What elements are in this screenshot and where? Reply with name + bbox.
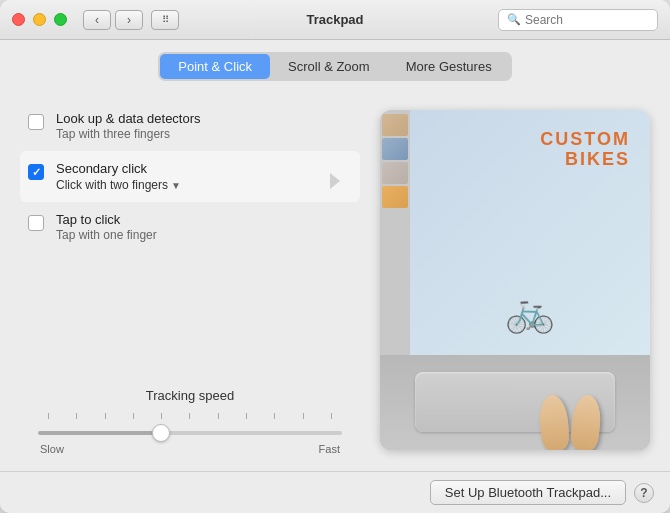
thumb-3 xyxy=(382,162,408,184)
tick-6 xyxy=(189,413,190,419)
option-tap-title: Tap to click xyxy=(56,212,157,227)
tick-2 xyxy=(76,413,77,419)
back-button[interactable]: ‹ xyxy=(83,10,111,30)
checkbox-secondary-click[interactable] xyxy=(28,164,44,180)
preview-custom-line2: BIKES xyxy=(540,150,630,170)
option-tap-subtitle: Tap with one finger xyxy=(56,228,157,242)
window-title: Trackpad xyxy=(306,12,363,27)
tracking-section: Tracking speed xyxy=(20,376,360,459)
checkbox-tap-click[interactable] xyxy=(28,215,44,231)
tick-11 xyxy=(331,413,332,419)
preview-sidebar xyxy=(380,110,410,355)
slider-container: Slow Fast xyxy=(28,413,352,455)
option-secondary-click: Secondary click Click with two fingers ▼ xyxy=(20,151,360,202)
arrow-right-indicator xyxy=(330,173,340,189)
option-secondary-text: Secondary click Click with two fingers ▼ xyxy=(56,161,181,192)
thumb-2 xyxy=(382,138,408,160)
tick-5 xyxy=(161,413,162,419)
tick-1 xyxy=(48,413,49,419)
option-secondary-dropdown[interactable]: Click with two fingers ▼ xyxy=(56,178,181,192)
preview-custom-line1: CUSTOM xyxy=(540,130,630,150)
help-button[interactable]: ? xyxy=(634,483,654,503)
tab-scroll-zoom[interactable]: Scroll & Zoom xyxy=(270,54,388,79)
option-look-up: Look up & data detectors Tap with three … xyxy=(20,101,360,151)
minimize-button[interactable] xyxy=(33,13,46,26)
thumb-1 xyxy=(382,114,408,136)
search-box[interactable]: 🔍 xyxy=(498,9,658,31)
option-look-up-text: Look up & data detectors Tap with three … xyxy=(56,111,201,141)
chevron-down-icon: ▼ xyxy=(171,180,181,191)
finger-2 xyxy=(570,394,603,450)
option-look-up-subtitle: Tap with three fingers xyxy=(56,127,201,141)
main-content: Look up & data detectors Tap with three … xyxy=(0,89,670,471)
thumb-4 xyxy=(382,186,408,208)
checkbox-tap-wrap xyxy=(28,215,44,231)
tick-8 xyxy=(246,413,247,419)
window: ‹ › ⠿ Trackpad 🔍 Point & Click Scroll & … xyxy=(0,0,670,513)
tick-3 xyxy=(105,413,106,419)
option-tap-click: Tap to click Tap with one finger xyxy=(20,202,360,252)
grid-button[interactable]: ⠿ xyxy=(151,10,179,30)
tab-point-click[interactable]: Point & Click xyxy=(160,54,270,79)
option-secondary-title: Secondary click xyxy=(56,161,181,176)
fast-label: Fast xyxy=(319,443,340,455)
tick-10 xyxy=(303,413,304,419)
preview-screen: CUSTOM BIKES 🚲 xyxy=(380,110,650,355)
checkbox-look-up[interactable] xyxy=(28,114,44,130)
checkbox-look-up-wrap xyxy=(28,114,44,130)
tab-more-gestures[interactable]: More Gestures xyxy=(388,54,510,79)
tracking-label: Tracking speed xyxy=(28,388,352,403)
tracking-speed-slider[interactable] xyxy=(38,431,342,435)
nav-buttons: ‹ › xyxy=(83,10,143,30)
bike-icon: 🚲 xyxy=(505,288,555,335)
preview-custom-text: CUSTOM BIKES xyxy=(540,130,630,170)
slider-labels: Slow Fast xyxy=(38,443,342,455)
tick-marks xyxy=(38,413,342,419)
trackpad-pad xyxy=(380,355,650,450)
preview-main: CUSTOM BIKES 🚲 xyxy=(410,110,650,355)
traffic-lights xyxy=(12,13,67,26)
forward-button[interactable]: › xyxy=(115,10,143,30)
tabs-container: Point & Click Scroll & Zoom More Gesture… xyxy=(0,40,670,89)
left-panel: Look up & data detectors Tap with three … xyxy=(20,101,360,459)
right-panel: CUSTOM BIKES 🚲 xyxy=(380,101,650,459)
search-input[interactable] xyxy=(525,13,649,27)
slow-label: Slow xyxy=(40,443,64,455)
title-bar: ‹ › ⠿ Trackpad 🔍 xyxy=(0,0,670,40)
close-button[interactable] xyxy=(12,13,25,26)
finger-1 xyxy=(538,394,571,450)
fingers-overlay xyxy=(530,360,610,450)
tick-4 xyxy=(133,413,134,419)
search-icon: 🔍 xyxy=(507,13,521,26)
bottom-bar: Set Up Bluetooth Trackpad... ? xyxy=(0,471,670,513)
option-look-up-title: Look up & data detectors xyxy=(56,111,201,126)
preview-hero: CUSTOM BIKES 🚲 xyxy=(410,110,650,355)
maximize-button[interactable] xyxy=(54,13,67,26)
setup-bluetooth-button[interactable]: Set Up Bluetooth Trackpad... xyxy=(430,480,626,505)
option-secondary-subtitle: Click with two fingers xyxy=(56,178,168,192)
tabs: Point & Click Scroll & Zoom More Gesture… xyxy=(158,52,511,81)
trackpad-preview: CUSTOM BIKES 🚲 xyxy=(380,110,650,450)
tick-9 xyxy=(274,413,275,419)
checkbox-secondary-wrap xyxy=(28,164,44,180)
tick-7 xyxy=(218,413,219,419)
option-tap-text: Tap to click Tap with one finger xyxy=(56,212,157,242)
screen-content: CUSTOM BIKES 🚲 xyxy=(380,110,650,355)
